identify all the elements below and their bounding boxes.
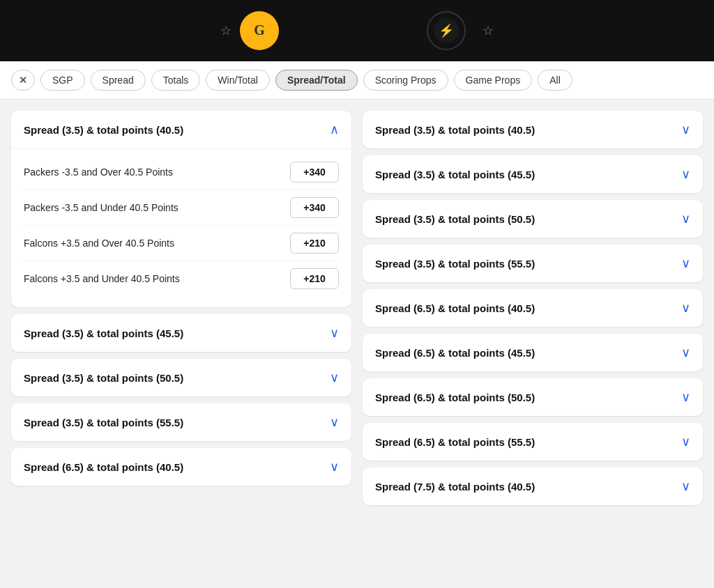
main-content: Spread (3.5) & total points (40.5)∧Packe… (0, 100, 714, 516)
accordion-title: Spread (3.5) & total points (40.5) (24, 124, 183, 136)
accordion-header[interactable]: Spread (3.5) & total points (40.5)∨ (363, 111, 703, 148)
bet-odds[interactable]: +210 (290, 268, 339, 289)
accordion-title: Spread (6.5) & total points (40.5) (375, 302, 535, 314)
filter-btn-close[interactable]: ✕ (11, 70, 35, 91)
team2-block: ⚡ ☆ (427, 11, 494, 50)
filter-btn-totals[interactable]: Totals (151, 70, 201, 91)
team1-block: ☆ G (220, 11, 287, 50)
left-column: Spread (3.5) & total points (40.5)∧Packe… (11, 111, 351, 505)
accordion-header[interactable]: Spread (6.5) & total points (45.5)∨ (363, 334, 703, 371)
bet-row: Packers -3.5 and Over 40.5 Points+340 (24, 155, 339, 190)
accordion-body: Packers -3.5 and Over 40.5 Points+340Pac… (11, 148, 351, 307)
filter-btn-all[interactable]: All (538, 70, 572, 91)
accordion-title: Spread (6.5) & total points (55.5) (375, 436, 535, 448)
accordion-header[interactable]: Spread (3.5) & total points (45.5)∨ (363, 155, 703, 193)
bet-row: Packers -3.5 and Under 40.5 Points+340 (24, 190, 339, 226)
accordion-title: Spread (6.5) & total points (45.5) (375, 347, 535, 359)
accordion-title: Spread (3.5) & total points (45.5) (24, 327, 183, 339)
accordion-item: Spread (3.5) & total points (45.5)∨ (363, 155, 703, 193)
accordion-item: Spread (6.5) & total points (55.5)∨ (363, 423, 703, 461)
chevron-down-icon: ∨ (681, 389, 690, 405)
accordion-title: Spread (3.5) & total points (40.5) (375, 124, 535, 136)
accordion-title: Spread (3.5) & total points (50.5) (375, 213, 535, 225)
chevron-down-icon: ∨ (330, 415, 339, 430)
accordion-header[interactable]: Spread (6.5) & total points (40.5)∨ (11, 448, 351, 486)
team1-logo: G (240, 11, 279, 50)
filter-btn-spreadtotal[interactable]: Spread/Total (275, 70, 358, 91)
accordion-title: Spread (6.5) & total points (50.5) (375, 392, 535, 403)
chevron-down-icon: ∨ (681, 345, 690, 360)
accordion-header[interactable]: Spread (3.5) & total points (50.5)∨ (11, 359, 351, 396)
filter-bar: ✕SGPSpreadTotalsWin/TotalSpread/TotalSco… (0, 61, 714, 100)
bet-label: Falcons +3.5 and Under 40.5 Points (24, 273, 180, 284)
bet-row: Falcons +3.5 and Over 40.5 Points+210 (24, 226, 339, 261)
accordion-header[interactable]: Spread (3.5) & total points (40.5)∧ (11, 111, 351, 148)
chevron-down-icon: ∨ (681, 256, 690, 271)
chevron-down-icon: ∨ (681, 167, 690, 182)
chevron-down-icon: ∨ (330, 459, 339, 474)
accordion-header[interactable]: Spread (3.5) & total points (55.5)∨ (363, 245, 703, 282)
chevron-up-icon: ∧ (330, 122, 339, 137)
game-header: ☆ G ⚡ ☆ (0, 0, 714, 61)
filter-btn-sgp[interactable]: SGP (40, 70, 85, 91)
accordion-item: Spread (7.5) & total points (40.5)∨ (363, 467, 703, 505)
accordion-item: Spread (3.5) & total points (40.5)∧Packe… (11, 111, 351, 307)
chevron-down-icon: ∨ (330, 370, 339, 385)
accordion-title: Spread (3.5) & total points (55.5) (375, 258, 535, 270)
accordion-title: Spread (3.5) & total points (55.5) (24, 417, 183, 428)
accordion-header[interactable]: Spread (3.5) & total points (55.5)∨ (11, 403, 351, 441)
bet-odds[interactable]: +210 (290, 233, 339, 254)
accordion-item: Spread (6.5) & total points (45.5)∨ (363, 334, 703, 371)
filter-btn-wintotal[interactable]: Win/Total (206, 70, 270, 91)
bet-label: Packers -3.5 and Under 40.5 Points (24, 202, 178, 213)
accordion-item: Spread (3.5) & total points (40.5)∨ (363, 111, 703, 148)
accordion-title: Spread (7.5) & total points (40.5) (375, 481, 535, 493)
bet-label: Falcons +3.5 and Over 40.5 Points (24, 238, 174, 249)
accordion-header[interactable]: Spread (6.5) & total points (55.5)∨ (363, 423, 703, 461)
team1-favorite-icon[interactable]: ☆ (220, 23, 231, 38)
accordion-item: Spread (3.5) & total points (50.5)∨ (11, 359, 351, 396)
filter-btn-spread[interactable]: Spread (91, 70, 146, 91)
bet-odds[interactable]: +340 (290, 162, 339, 183)
accordion-item: Spread (3.5) & total points (50.5)∨ (363, 200, 703, 238)
accordion-header[interactable]: Spread (3.5) & total points (45.5)∨ (11, 314, 351, 352)
accordion-item: Spread (3.5) & total points (45.5)∨ (11, 314, 351, 352)
accordion-item: Spread (6.5) & total points (40.5)∨ (363, 289, 703, 327)
accordion-item: Spread (6.5) & total points (40.5)∨ (11, 448, 351, 486)
accordion-header[interactable]: Spread (6.5) & total points (40.5)∨ (363, 289, 703, 327)
chevron-down-icon: ∨ (681, 300, 690, 316)
svg-text:G: G (254, 22, 265, 38)
right-column: Spread (3.5) & total points (40.5)∨Sprea… (363, 111, 703, 505)
bet-row: Falcons +3.5 and Under 40.5 Points+210 (24, 261, 339, 296)
chevron-down-icon: ∨ (681, 211, 690, 226)
filter-btn-scoring[interactable]: Scoring Props (363, 70, 448, 91)
team2-favorite-icon[interactable]: ☆ (483, 23, 494, 38)
bet-label: Packers -3.5 and Over 40.5 Points (24, 167, 173, 178)
accordion-item: Spread (3.5) & total points (55.5)∨ (11, 403, 351, 441)
chevron-down-icon: ∨ (681, 479, 690, 494)
chevron-down-icon: ∨ (681, 122, 690, 137)
filter-btn-gameprops[interactable]: Game Props (454, 70, 533, 91)
bet-odds[interactable]: +340 (290, 197, 339, 218)
chevron-down-icon: ∨ (681, 434, 690, 449)
accordion-header[interactable]: Spread (6.5) & total points (50.5)∨ (363, 378, 703, 416)
svg-text:⚡: ⚡ (439, 23, 455, 38)
accordion-title: Spread (3.5) & total points (50.5) (24, 372, 183, 384)
team2-logo: ⚡ (427, 11, 466, 50)
accordion-item: Spread (6.5) & total points (50.5)∨ (363, 378, 703, 416)
accordion-title: Spread (3.5) & total points (45.5) (375, 169, 535, 180)
accordion-title: Spread (6.5) & total points (40.5) (24, 461, 183, 473)
accordion-header[interactable]: Spread (3.5) & total points (50.5)∨ (363, 200, 703, 238)
accordion-item: Spread (3.5) & total points (55.5)∨ (363, 245, 703, 282)
chevron-down-icon: ∨ (330, 325, 339, 341)
accordion-header[interactable]: Spread (7.5) & total points (40.5)∨ (363, 467, 703, 505)
